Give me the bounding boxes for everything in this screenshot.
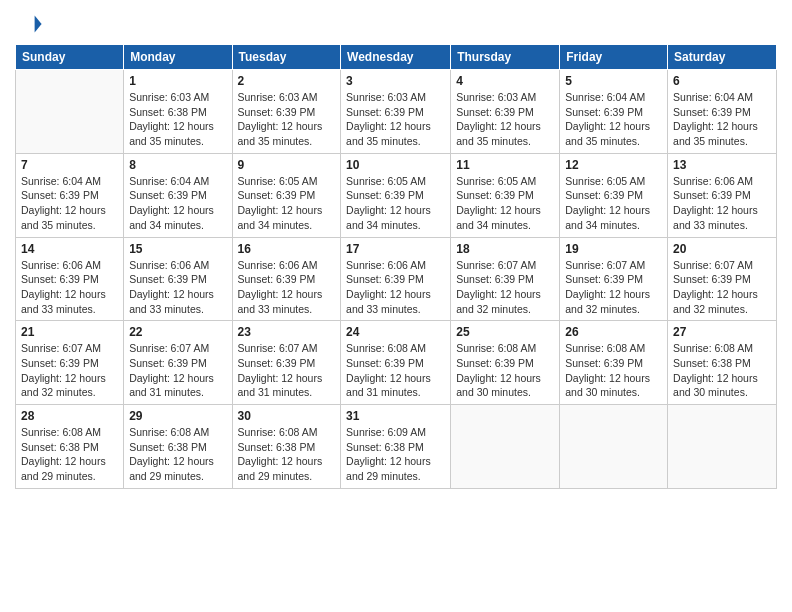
calendar-week-2: 14Sunrise: 6:06 AMSunset: 6:39 PMDayligh… [16,237,777,321]
day-number: 22 [129,325,226,339]
day-number: 23 [238,325,336,339]
day-number: 29 [129,409,226,423]
calendar-week-0: 1Sunrise: 6:03 AMSunset: 6:38 PMDaylight… [16,70,777,154]
day-number: 18 [456,242,554,256]
day-number: 16 [238,242,336,256]
day-info: Sunrise: 6:07 AMSunset: 6:39 PMDaylight:… [129,341,226,400]
day-number: 11 [456,158,554,172]
day-number: 30 [238,409,336,423]
calendar-cell: 5Sunrise: 6:04 AMSunset: 6:39 PMDaylight… [560,70,668,154]
calendar-cell: 21Sunrise: 6:07 AMSunset: 6:39 PMDayligh… [16,321,124,405]
day-info: Sunrise: 6:08 AMSunset: 6:38 PMDaylight:… [673,341,771,400]
calendar-cell: 2Sunrise: 6:03 AMSunset: 6:39 PMDaylight… [232,70,341,154]
col-thursday: Thursday [451,45,560,70]
day-number: 20 [673,242,771,256]
calendar-cell: 19Sunrise: 6:07 AMSunset: 6:39 PMDayligh… [560,237,668,321]
day-number: 5 [565,74,662,88]
col-wednesday: Wednesday [341,45,451,70]
day-info: Sunrise: 6:08 AMSunset: 6:39 PMDaylight:… [565,341,662,400]
day-info: Sunrise: 6:08 AMSunset: 6:38 PMDaylight:… [129,425,226,484]
calendar-header-row: Sunday Monday Tuesday Wednesday Thursday… [16,45,777,70]
day-number: 9 [238,158,336,172]
calendar-table: Sunday Monday Tuesday Wednesday Thursday… [15,44,777,489]
day-number: 12 [565,158,662,172]
calendar-cell: 6Sunrise: 6:04 AMSunset: 6:39 PMDaylight… [668,70,777,154]
page: Sunday Monday Tuesday Wednesday Thursday… [0,0,792,612]
logo-icon [15,10,43,38]
day-info: Sunrise: 6:06 AMSunset: 6:39 PMDaylight:… [238,258,336,317]
calendar-cell: 1Sunrise: 6:03 AMSunset: 6:38 PMDaylight… [124,70,232,154]
calendar-cell: 13Sunrise: 6:06 AMSunset: 6:39 PMDayligh… [668,153,777,237]
calendar-cell: 9Sunrise: 6:05 AMSunset: 6:39 PMDaylight… [232,153,341,237]
calendar-cell: 7Sunrise: 6:04 AMSunset: 6:39 PMDaylight… [16,153,124,237]
logo [15,10,47,38]
day-info: Sunrise: 6:08 AMSunset: 6:39 PMDaylight:… [346,341,445,400]
calendar-cell: 12Sunrise: 6:05 AMSunset: 6:39 PMDayligh… [560,153,668,237]
calendar-cell: 15Sunrise: 6:06 AMSunset: 6:39 PMDayligh… [124,237,232,321]
calendar-cell: 4Sunrise: 6:03 AMSunset: 6:39 PMDaylight… [451,70,560,154]
day-number: 19 [565,242,662,256]
day-info: Sunrise: 6:05 AMSunset: 6:39 PMDaylight:… [238,174,336,233]
day-info: Sunrise: 6:07 AMSunset: 6:39 PMDaylight:… [673,258,771,317]
day-info: Sunrise: 6:06 AMSunset: 6:39 PMDaylight:… [21,258,118,317]
calendar-cell: 20Sunrise: 6:07 AMSunset: 6:39 PMDayligh… [668,237,777,321]
day-number: 21 [21,325,118,339]
day-info: Sunrise: 6:04 AMSunset: 6:39 PMDaylight:… [565,90,662,149]
calendar-cell: 26Sunrise: 6:08 AMSunset: 6:39 PMDayligh… [560,321,668,405]
day-info: Sunrise: 6:07 AMSunset: 6:39 PMDaylight:… [21,341,118,400]
calendar-cell: 27Sunrise: 6:08 AMSunset: 6:38 PMDayligh… [668,321,777,405]
day-number: 3 [346,74,445,88]
day-info: Sunrise: 6:04 AMSunset: 6:39 PMDaylight:… [21,174,118,233]
day-number: 17 [346,242,445,256]
day-info: Sunrise: 6:05 AMSunset: 6:39 PMDaylight:… [346,174,445,233]
calendar-cell: 31Sunrise: 6:09 AMSunset: 6:38 PMDayligh… [341,405,451,489]
calendar-week-4: 28Sunrise: 6:08 AMSunset: 6:38 PMDayligh… [16,405,777,489]
day-info: Sunrise: 6:07 AMSunset: 6:39 PMDaylight:… [456,258,554,317]
day-number: 24 [346,325,445,339]
day-info: Sunrise: 6:06 AMSunset: 6:39 PMDaylight:… [129,258,226,317]
day-info: Sunrise: 6:04 AMSunset: 6:39 PMDaylight:… [129,174,226,233]
day-info: Sunrise: 6:07 AMSunset: 6:39 PMDaylight:… [238,341,336,400]
calendar-cell: 18Sunrise: 6:07 AMSunset: 6:39 PMDayligh… [451,237,560,321]
day-info: Sunrise: 6:06 AMSunset: 6:39 PMDaylight:… [346,258,445,317]
calendar-cell: 16Sunrise: 6:06 AMSunset: 6:39 PMDayligh… [232,237,341,321]
calendar-week-3: 21Sunrise: 6:07 AMSunset: 6:39 PMDayligh… [16,321,777,405]
calendar-cell: 3Sunrise: 6:03 AMSunset: 6:39 PMDaylight… [341,70,451,154]
calendar-cell: 28Sunrise: 6:08 AMSunset: 6:38 PMDayligh… [16,405,124,489]
day-number: 31 [346,409,445,423]
day-number: 14 [21,242,118,256]
day-number: 10 [346,158,445,172]
day-info: Sunrise: 6:08 AMSunset: 6:38 PMDaylight:… [21,425,118,484]
calendar-cell: 24Sunrise: 6:08 AMSunset: 6:39 PMDayligh… [341,321,451,405]
day-info: Sunrise: 6:03 AMSunset: 6:38 PMDaylight:… [129,90,226,149]
svg-marker-0 [35,16,42,33]
day-number: 2 [238,74,336,88]
col-tuesday: Tuesday [232,45,341,70]
col-sunday: Sunday [16,45,124,70]
calendar-cell [451,405,560,489]
day-info: Sunrise: 6:03 AMSunset: 6:39 PMDaylight:… [238,90,336,149]
day-info: Sunrise: 6:07 AMSunset: 6:39 PMDaylight:… [565,258,662,317]
day-number: 27 [673,325,771,339]
day-info: Sunrise: 6:08 AMSunset: 6:38 PMDaylight:… [238,425,336,484]
header [15,10,777,38]
day-info: Sunrise: 6:08 AMSunset: 6:39 PMDaylight:… [456,341,554,400]
calendar-cell: 25Sunrise: 6:08 AMSunset: 6:39 PMDayligh… [451,321,560,405]
calendar-week-1: 7Sunrise: 6:04 AMSunset: 6:39 PMDaylight… [16,153,777,237]
day-number: 15 [129,242,226,256]
day-number: 4 [456,74,554,88]
calendar-cell: 17Sunrise: 6:06 AMSunset: 6:39 PMDayligh… [341,237,451,321]
day-number: 13 [673,158,771,172]
col-monday: Monday [124,45,232,70]
calendar-cell [560,405,668,489]
day-number: 7 [21,158,118,172]
calendar-cell: 14Sunrise: 6:06 AMSunset: 6:39 PMDayligh… [16,237,124,321]
day-info: Sunrise: 6:05 AMSunset: 6:39 PMDaylight:… [456,174,554,233]
calendar-cell [668,405,777,489]
col-saturday: Saturday [668,45,777,70]
calendar-cell: 30Sunrise: 6:08 AMSunset: 6:38 PMDayligh… [232,405,341,489]
day-number: 6 [673,74,771,88]
day-info: Sunrise: 6:03 AMSunset: 6:39 PMDaylight:… [456,90,554,149]
calendar-cell: 11Sunrise: 6:05 AMSunset: 6:39 PMDayligh… [451,153,560,237]
day-info: Sunrise: 6:03 AMSunset: 6:39 PMDaylight:… [346,90,445,149]
